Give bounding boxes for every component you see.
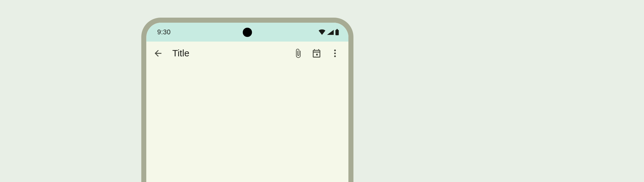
status-clock: 9:30 [157, 28, 171, 36]
svg-rect-1 [336, 29, 338, 30]
phone-screen: 9:30 Title [146, 23, 348, 182]
svg-point-3 [334, 49, 336, 51]
svg-rect-0 [336, 30, 339, 35]
svg-rect-2 [316, 54, 318, 55]
more-vert-icon [330, 48, 340, 58]
cellular-icon [327, 29, 334, 35]
calendar-button[interactable] [308, 45, 325, 62]
more-button[interactable] [327, 45, 343, 62]
battery-icon [335, 29, 339, 35]
arrow-back-icon [153, 48, 163, 58]
camera-cutout [243, 27, 252, 37]
svg-point-5 [334, 55, 336, 57]
phone-frame: 9:30 Title [141, 18, 353, 182]
svg-point-4 [334, 53, 336, 54]
attach-file-icon [293, 48, 303, 58]
attach-button[interactable] [290, 45, 306, 62]
top-app-bar: Title [146, 42, 348, 65]
app-bar-actions [290, 45, 343, 62]
status-bar: 9:30 [146, 23, 348, 42]
status-indicators [318, 29, 339, 35]
app-bar-title: Title [170, 48, 286, 59]
back-button[interactable] [150, 45, 166, 62]
wifi-icon [318, 29, 326, 35]
content-area [146, 65, 348, 182]
calendar-event-icon [312, 48, 322, 58]
